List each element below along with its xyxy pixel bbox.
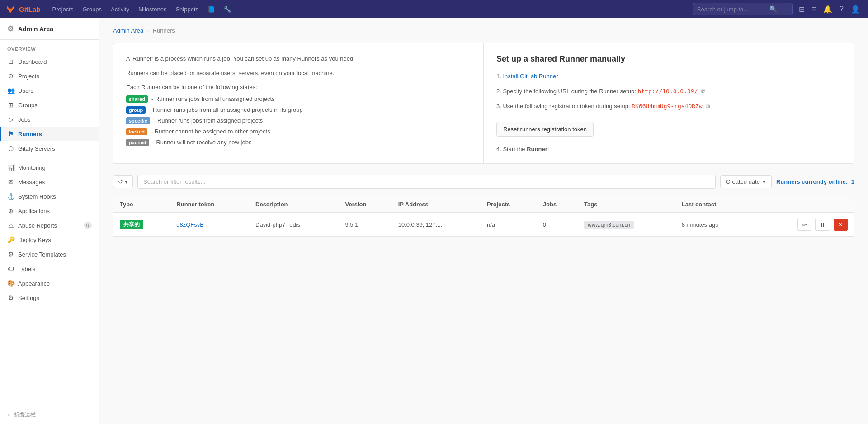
- sidebar-item-users[interactable]: 👥 Users: [0, 83, 99, 98]
- sidebar-item-messages[interactable]: ✉ Messages: [0, 175, 99, 189]
- sidebar-item-dashboard[interactable]: ⊡ Dashboard: [0, 54, 99, 69]
- reset-filter-button[interactable]: ↺ ▾: [113, 175, 133, 188]
- reset-token-button[interactable]: Reset runners registration token: [496, 122, 594, 137]
- col-description: Description: [249, 196, 339, 213]
- delete-runner-button[interactable]: ✕: [834, 219, 848, 231]
- runner-url: http://10.0.0.39/: [637, 88, 698, 95]
- user-icon[interactable]: 👤: [848, 5, 863, 14]
- edit-runner-button[interactable]: ✏: [797, 219, 811, 231]
- sidebar-item-system-hooks[interactable]: ⚓ System Hooks: [0, 189, 99, 204]
- applications-icon: ⊕: [7, 207, 14, 214]
- sidebar-item-labels[interactable]: 🏷 Labels: [0, 262, 99, 276]
- nav-snippets[interactable]: Snippets: [171, 0, 203, 18]
- info-section: A 'Runner' is a process which runs a job…: [113, 43, 854, 164]
- sidebar-item-service-templates[interactable]: ⚙ Service Templates: [0, 247, 99, 262]
- step4: 4. Start the Runner!: [496, 146, 841, 152]
- nav-groups[interactable]: Groups: [78, 0, 106, 18]
- search-icon: 🔍: [769, 5, 777, 13]
- sidebar-item-jobs[interactable]: ▷ Jobs: [0, 112, 99, 127]
- monitoring-label: Monitoring: [18, 164, 46, 171]
- col-last-contact: Last contact: [675, 196, 753, 213]
- runner-jobs-cell: 0: [537, 213, 578, 237]
- nav-wrench-icon[interactable]: 🔧: [219, 0, 236, 18]
- search-input[interactable]: [697, 6, 769, 13]
- states-list: shared - Runner runs jobs from all unass…: [126, 95, 471, 146]
- messages-label: Messages: [18, 179, 45, 186]
- paused-badge: paused: [126, 139, 149, 146]
- groups-icon: ⊞: [7, 101, 14, 109]
- delete-icon: ✕: [838, 221, 843, 228]
- runner-tags-cell: www.qm3.com.cn: [578, 213, 675, 237]
- runners-online-count: Runners currently online: 1: [776, 178, 854, 185]
- sidebar: ⚙ Admin Area Overview ⊡ Dashboard ⊙ Proj…: [0, 18, 99, 424]
- main-content: Admin Area › Runners A 'Runner' is a pro…: [99, 18, 868, 424]
- sidebar-item-runners[interactable]: ⚑ Runners: [0, 127, 99, 141]
- service-templates-icon: ⚙: [7, 251, 14, 258]
- runners-online-prefix: Runners currently online:: [776, 178, 848, 185]
- breadcrumb-parent[interactable]: Admin Area: [113, 27, 143, 34]
- runner-token-link[interactable]: q8zQFsvB: [176, 221, 204, 228]
- todo-icon[interactable]: ≡: [809, 5, 819, 13]
- appearance-label: Appearance: [18, 280, 50, 287]
- nav-milestones[interactable]: Milestones: [134, 0, 171, 18]
- jobs-icon: ▷: [7, 116, 14, 123]
- top-nav-icons: ⊞ ≡ 🔔 ? 👤: [796, 5, 863, 14]
- nav-projects[interactable]: Projects: [48, 0, 78, 18]
- hooks-icon: ⚓: [7, 193, 14, 200]
- nav-activity[interactable]: Activity: [106, 0, 134, 18]
- sidebar-item-deploy-keys[interactable]: 🔑 Deploy Keys: [0, 233, 99, 247]
- state-paused: paused - Runner will not receive any new…: [126, 139, 471, 146]
- state-group: group - Runner runs jobs from all unassi…: [126, 106, 471, 114]
- admin-gear-icon: ⚙: [7, 24, 14, 33]
- copy-token-icon[interactable]: ⧉: [706, 103, 710, 110]
- step1: 1. Install GitLab Runner: [496, 72, 841, 81]
- table-header: Type Runner token Description Version IP…: [113, 196, 854, 213]
- state-specific: specific - Runner runs jobs from assigne…: [126, 117, 471, 124]
- col-ip: IP Address: [392, 196, 481, 213]
- sidebar-item-gitaly[interactable]: ⬡ Gitaly Servers: [0, 141, 99, 156]
- sidebar-item-projects[interactable]: ⊙ Projects: [0, 69, 99, 83]
- paused-text: - Runner will not receive any new jobs: [153, 139, 252, 146]
- group-text: - Runner runs jobs from all unassigned p…: [149, 106, 303, 113]
- labels-label: Labels: [18, 266, 35, 272]
- labels-icon: 🏷: [7, 265, 14, 272]
- sidebar-item-appearance[interactable]: 🎨 Appearance: [0, 276, 99, 291]
- col-actions: [753, 196, 854, 213]
- sidebar-item-settings[interactable]: ⚙ Settings: [0, 291, 99, 305]
- table-row: 共享的 q8zQFsvB David-php7-redis 9.5.1 10.0…: [113, 213, 854, 237]
- panel-icon[interactable]: ⊞: [796, 5, 807, 14]
- sidebar-item-monitoring[interactable]: 📊 Monitoring: [0, 160, 99, 175]
- step3-prefix: Use the following registration token dur…: [503, 103, 630, 110]
- pause-runner-button[interactable]: ⏸: [815, 219, 830, 231]
- sort-dropdown[interactable]: Created date ▾: [720, 175, 772, 188]
- setup-title: Set up a shared Runner manually: [496, 54, 841, 64]
- collapse-label: 折叠边栏: [14, 411, 36, 419]
- runner-token: RK66U4mmUg9-rgs4DRZw: [632, 103, 703, 110]
- col-projects: Projects: [481, 196, 537, 213]
- jobs-label: Jobs: [18, 116, 30, 123]
- sidebar-item-applications[interactable]: ⊕ Applications: [0, 204, 99, 218]
- table-body: 共享的 q8zQFsvB David-php7-redis 9.5.1 10.0…: [113, 213, 854, 237]
- runner-token-cell: q8zQFsvB: [170, 213, 249, 237]
- info-desc2: Runners can be placed on separate users,…: [126, 69, 471, 78]
- search-box[interactable]: 🔍: [693, 3, 793, 15]
- install-link[interactable]: Install GitLab Runner: [503, 73, 558, 80]
- help-icon[interactable]: ?: [837, 5, 846, 13]
- nav-book-icon[interactable]: 📘: [203, 0, 219, 18]
- settings-icon: ⚙: [7, 294, 14, 301]
- runner-type-cell: 共享的: [113, 213, 170, 237]
- sidebar-item-groups[interactable]: ⊞ Groups: [0, 98, 99, 112]
- step3: 3. Use the following registration token …: [496, 102, 841, 111]
- sidebar-item-abuse-reports[interactable]: ⚠ Abuse Reports 0: [0, 218, 99, 233]
- abuse-label: Abuse Reports: [18, 222, 57, 229]
- shared-badge: shared: [126, 95, 148, 103]
- filter-bar: ↺ ▾ Created date ▾ Runners currently onl…: [113, 175, 854, 189]
- collapse-sidebar[interactable]: « 折叠边栏: [0, 405, 99, 424]
- copy-url-icon[interactable]: ⧉: [701, 88, 705, 95]
- gitlab-logo[interactable]: GitLab: [5, 4, 41, 14]
- runner-actions-cell: ✏ ⏸ ✕: [753, 213, 854, 237]
- pause-icon: ⏸: [820, 221, 826, 228]
- shared-text: - Runner runs jobs from all unassigned p…: [151, 95, 274, 102]
- bell-icon[interactable]: 🔔: [821, 5, 835, 14]
- runner-search-input[interactable]: [137, 175, 716, 189]
